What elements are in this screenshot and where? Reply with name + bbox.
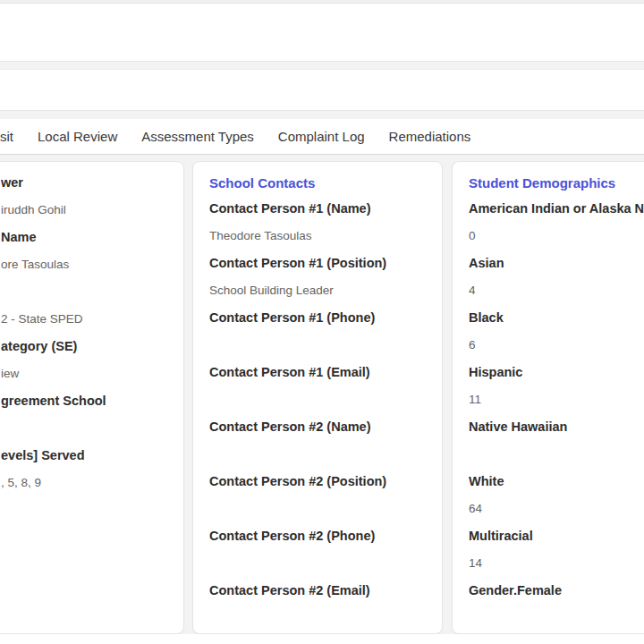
divider-strip (0, 111, 644, 119)
field-label: Contact Person #1 (Name) (209, 201, 426, 218)
field-label: greement School (1, 394, 167, 411)
field-row: Contact Person #2 (Email) (209, 583, 426, 627)
field-value: iruddh Gohil (1, 203, 167, 219)
field-row: Contact Person #1 (Phone) (209, 310, 426, 354)
field-label: Gender.Female (469, 583, 644, 600)
field-value (209, 502, 426, 518)
field-value: 64 (469, 502, 644, 518)
field-row: Contact Person #2 (Phone) (209, 529, 426, 572)
field-value: 2 - State SPED (1, 312, 167, 328)
tab-remediations[interactable]: Remediations (389, 129, 471, 144)
toolbar-band (0, 69, 644, 111)
divider-strip (0, 62, 644, 69)
field-row: Hispanic 11 (469, 365, 644, 409)
field-label (1, 284, 167, 301)
field-value: 6 (469, 338, 644, 354)
tab-site-visit-partial[interactable]: sit (0, 129, 13, 144)
field-label: White (469, 474, 644, 491)
field-value (209, 556, 426, 572)
cards-area: wer iruddh Gohil Name ore Tasoulas 2 - S… (0, 155, 644, 634)
card-title: Student Demographics (469, 175, 644, 192)
field-value: iew (1, 367, 167, 383)
field-label: Contact Person #2 (Phone) (209, 529, 426, 546)
field-label: Contact Person #1 (Email) (209, 365, 426, 382)
tab-local-review[interactable]: Local Review (38, 129, 117, 144)
field-label: Name (1, 230, 167, 247)
field-label: Contact Person #1 (Position) (209, 256, 426, 273)
field-label: American Indian or Alaska Nativ (469, 201, 644, 218)
school-contacts-card: School Contacts Contact Person #1 (Name)… (192, 161, 443, 634)
field-label: Contact Person #2 (Position) (209, 474, 426, 491)
field-value (209, 338, 426, 354)
field-value: 4 (469, 284, 644, 300)
field-row: Multiracial 14 (469, 529, 644, 572)
field-label: Multiracial (469, 529, 644, 546)
field-row: ategory (SE) iew (1, 339, 167, 383)
field-row: Contact Person #2 (Position) (209, 474, 426, 518)
school-info-card: wer iruddh Gohil Name ore Tasoulas 2 - S… (0, 161, 184, 634)
field-label: Contact Person #1 (Phone) (209, 310, 426, 327)
field-row: Contact Person #1 (Email) (209, 365, 426, 409)
student-demographics-card: Student Demographics American Indian or … (452, 161, 644, 634)
field-value (209, 393, 426, 409)
field-row: evels] Served , 5, 8, 9 (1, 448, 167, 492)
field-label: ategory (SE) (1, 339, 167, 356)
field-value (209, 447, 426, 463)
field-label: Hispanic (469, 365, 644, 382)
field-label: evels] Served (1, 448, 167, 465)
field-row: Black 6 (469, 310, 644, 354)
field-value (209, 611, 426, 627)
field-label: Native Hawaiian (469, 419, 644, 436)
tab-assessment-types[interactable]: Assessment Types (141, 129, 254, 144)
field-value (469, 447, 644, 463)
field-value: Theodore Tasoulas (209, 229, 426, 245)
field-row: greement School (1, 394, 167, 437)
field-row: Asian 4 (469, 256, 644, 300)
field-value (469, 611, 644, 627)
field-value: 0 (469, 229, 644, 245)
field-label: Contact Person #2 (Name) (209, 419, 426, 436)
field-row: Contact Person #2 (Name) (209, 419, 426, 463)
field-row: American Indian or Alaska Nativ 0 (469, 201, 644, 245)
field-row: 2 - State SPED (1, 284, 167, 328)
field-value: School Building Leader (209, 284, 426, 300)
field-row: wer iruddh Gohil (1, 175, 167, 219)
field-row: Native Hawaiian (469, 419, 644, 463)
field-row: Contact Person #1 (Name) Theodore Tasoul… (209, 201, 426, 245)
field-label: Black (469, 310, 644, 327)
app-header-band (0, 4, 644, 62)
field-row: White 64 (469, 474, 644, 518)
field-row: Gender.Female (469, 583, 644, 627)
field-value: 14 (469, 556, 644, 572)
field-value: , 5, 8, 9 (1, 476, 167, 492)
field-label: Contact Person #2 (Email) (209, 583, 426, 600)
field-value: ore Tasoulas (1, 258, 167, 274)
field-label: wer (1, 175, 167, 192)
field-value (1, 421, 167, 437)
section-tab-bar: sit Local Review Assessment Types Compla… (0, 119, 644, 155)
field-row: Contact Person #1 (Position) School Buil… (209, 256, 426, 300)
field-row: Name ore Tasoulas (1, 230, 167, 274)
card-title: School Contacts (209, 175, 426, 192)
field-label: Asian (469, 256, 644, 273)
field-value: 11 (469, 393, 644, 409)
tab-complaint-log[interactable]: Complaint Log (278, 129, 365, 144)
